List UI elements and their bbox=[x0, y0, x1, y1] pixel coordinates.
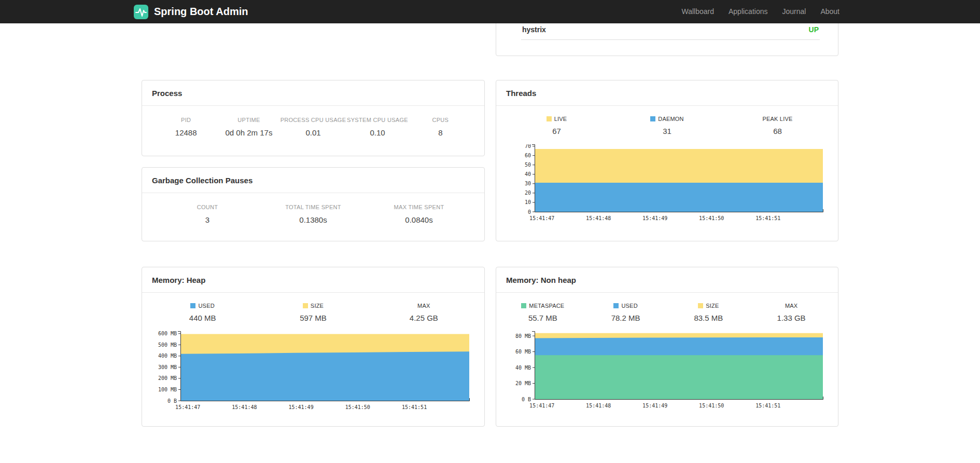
threads-card: Threads LIVE 67 DAEMON 3 bbox=[496, 80, 838, 241]
legend-label: SIZE bbox=[311, 303, 324, 309]
legend-value: 67 bbox=[501, 127, 612, 135]
nav-item-about[interactable]: About bbox=[813, 0, 847, 23]
legend-item-size: SIZE 597 MB bbox=[258, 303, 368, 322]
metric-value: 8 bbox=[409, 128, 472, 137]
svg-text:40 MB: 40 MB bbox=[515, 365, 531, 371]
svg-text:15:41:48: 15:41:48 bbox=[586, 403, 611, 408]
navbar: Spring Boot Admin Wallboard Applications… bbox=[0, 0, 980, 23]
metric-label: PROCESS CPU USAGE bbox=[281, 117, 346, 123]
legend-label: SIZE bbox=[706, 303, 719, 309]
legend-item-max: MAX 1.33 GB bbox=[750, 303, 833, 322]
svg-text:30: 30 bbox=[525, 181, 531, 186]
heap-legend: USED 440 MB SIZE 597 MB MAX bbox=[142, 293, 484, 322]
nav-item-wallboard[interactable]: Wallboard bbox=[674, 0, 721, 23]
gc-metrics: COUNT 3 TOTAL TIME SPENT 0.1380s MAX TIM… bbox=[142, 193, 484, 224]
health-status-badge: UP bbox=[809, 25, 819, 34]
svg-text:50: 50 bbox=[525, 162, 531, 168]
legend-label: USED bbox=[198, 303, 214, 309]
metric-gc-total-time: TOTAL TIME SPENT 0.1380s bbox=[260, 204, 366, 224]
legend-top: SIZE bbox=[258, 303, 368, 309]
legend-item-live: LIVE 67 bbox=[501, 116, 612, 135]
metric-value: 0.01 bbox=[281, 128, 346, 137]
legend-top: LIVE bbox=[501, 116, 612, 122]
nonheap-legend: METASPACE 55.7 MB USED 78.2 MB bbox=[496, 293, 838, 322]
size-swatch-icon bbox=[303, 303, 308, 308]
svg-text:60 MB: 60 MB bbox=[515, 349, 531, 355]
metric-cpus: CPUS 8 bbox=[409, 117, 472, 137]
legend-label: METASPACE bbox=[529, 303, 564, 309]
svg-text:600 MB: 600 MB bbox=[158, 331, 177, 336]
threads-chart: 70605040302010015:41:4715:41:4815:41:491… bbox=[503, 144, 831, 225]
memory-nonheap-card-title: Memory: Non heap bbox=[496, 267, 838, 293]
svg-text:400 MB: 400 MB bbox=[158, 353, 177, 359]
svg-text:15:41:50: 15:41:50 bbox=[699, 215, 724, 221]
legend-top: METASPACE bbox=[501, 303, 584, 309]
legend-value: 83.5 MB bbox=[667, 314, 750, 322]
live-swatch-icon bbox=[547, 116, 552, 121]
metric-system-cpu: SYSTEM CPU USAGE 0.10 bbox=[346, 117, 409, 137]
legend-item-daemon: DAEMON 31 bbox=[612, 116, 722, 135]
legend-label: USED bbox=[621, 303, 637, 309]
svg-text:15:41:50: 15:41:50 bbox=[345, 404, 370, 410]
nav-item-journal[interactable]: Journal bbox=[775, 0, 813, 23]
metric-process-cpu: PROCESS CPU USAGE 0.01 bbox=[281, 117, 346, 137]
metric-label: COUNT bbox=[155, 204, 260, 210]
legend-item-peak-live: PEAK LIVE 68 bbox=[722, 116, 833, 135]
legend-item-used: USED 440 MB bbox=[147, 303, 258, 322]
svg-text:15:41:47: 15:41:47 bbox=[529, 215, 554, 221]
nav-item-applications[interactable]: Applications bbox=[721, 0, 775, 23]
brand[interactable]: Spring Boot Admin bbox=[133, 4, 248, 20]
heap-memory-chart: 600 MB500 MB400 MB300 MB200 MB100 MB0 B1… bbox=[149, 331, 477, 414]
svg-text:500 MB: 500 MB bbox=[158, 342, 177, 348]
svg-text:200 MB: 200 MB bbox=[158, 375, 177, 381]
cards-grid: Process PID 12488 UPTIME 0d 0h 2m 17s PR… bbox=[142, 23, 838, 427]
memory-heap-card: Memory: Heap USED 440 MB SIZE bbox=[142, 267, 485, 427]
legend-item-metaspace: METASPACE 55.7 MB bbox=[501, 303, 584, 322]
svg-text:0 B: 0 B bbox=[522, 397, 531, 402]
legend-value: 68 bbox=[722, 127, 833, 135]
threads-card-title: Threads bbox=[496, 80, 838, 106]
svg-text:20: 20 bbox=[525, 190, 531, 196]
metric-label: MAX TIME SPENT bbox=[366, 204, 472, 210]
svg-text:0: 0 bbox=[528, 209, 531, 215]
legend-value: 31 bbox=[612, 127, 722, 135]
svg-text:100 MB: 100 MB bbox=[158, 387, 177, 392]
nav-items: Wallboard Applications Journal About bbox=[674, 0, 847, 23]
legend-item-max: MAX 4.25 GB bbox=[369, 303, 479, 322]
metric-gc-max-time: MAX TIME SPENT 0.0840s bbox=[366, 204, 472, 224]
content-container: hystrix UP Process PID 12488 UPTIME 0d 0… bbox=[142, 23, 838, 427]
legend-top: MAX bbox=[369, 303, 479, 309]
svg-text:15:41:51: 15:41:51 bbox=[755, 403, 780, 408]
legend-value: 78.2 MB bbox=[584, 314, 667, 322]
memory-heap-card-title: Memory: Heap bbox=[142, 267, 484, 293]
metric-label: UPTIME bbox=[217, 117, 280, 123]
svg-text:300 MB: 300 MB bbox=[158, 364, 177, 370]
svg-text:15:41:47: 15:41:47 bbox=[529, 403, 554, 408]
daemon-swatch-icon bbox=[650, 116, 655, 121]
process-metrics: PID 12488 UPTIME 0d 0h 2m 17s PROCESS CP… bbox=[142, 106, 484, 137]
svg-text:15:41:50: 15:41:50 bbox=[699, 403, 724, 408]
svg-text:80 MB: 80 MB bbox=[515, 333, 531, 339]
legend-top: DAEMON bbox=[612, 116, 722, 122]
legend-top: USED bbox=[147, 303, 258, 309]
memory-nonheap-card: Memory: Non heap METASPACE 55.7 MB USED bbox=[496, 267, 838, 427]
legend-item-size: SIZE 83.5 MB bbox=[667, 303, 750, 322]
metric-value: 0d 0h 2m 17s bbox=[217, 128, 280, 137]
legend-label: LIVE bbox=[554, 116, 567, 122]
legend-label: DAEMON bbox=[658, 116, 683, 122]
navbar-inner: Spring Boot Admin Wallboard Applications… bbox=[133, 0, 847, 23]
svg-text:40: 40 bbox=[525, 171, 531, 177]
health-indicator-name: hystrix bbox=[522, 25, 546, 34]
metric-value: 12488 bbox=[155, 128, 217, 137]
left-column: Process PID 12488 UPTIME 0d 0h 2m 17s PR… bbox=[142, 80, 485, 427]
gc-card: Garbage Collection Pauses COUNT 3 TOTAL … bbox=[142, 167, 485, 241]
svg-text:15:41:48: 15:41:48 bbox=[586, 215, 611, 221]
brand-logo-icon bbox=[133, 4, 149, 20]
metric-value: 0.10 bbox=[346, 128, 409, 137]
svg-text:15:41:49: 15:41:49 bbox=[642, 215, 667, 221]
threads-legend: LIVE 67 DAEMON 31 PEAK LIVE bbox=[496, 106, 838, 135]
metric-value: 0.1380s bbox=[260, 215, 366, 224]
right-column: Threads LIVE 67 DAEMON 3 bbox=[496, 80, 838, 427]
legend-top: MAX bbox=[750, 303, 833, 309]
legend-top: PEAK LIVE bbox=[722, 116, 833, 122]
